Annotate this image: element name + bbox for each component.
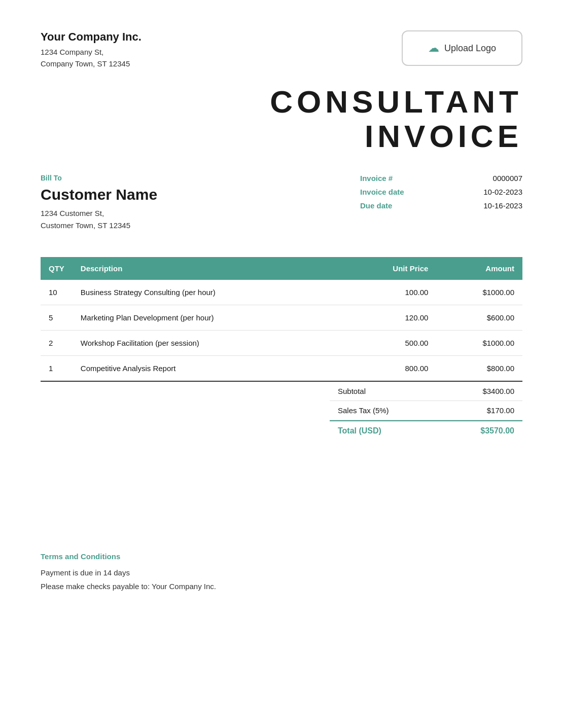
table-header-row: QTY Description Unit Price Amount xyxy=(41,257,522,280)
total-value: $3570.00 xyxy=(480,426,514,435)
tax-label: Sales Tax (5%) xyxy=(338,406,389,415)
invoice-table: QTY Description Unit Price Amount 10 Bus… xyxy=(41,257,522,382)
header-qty: QTY xyxy=(41,257,73,280)
company-address-line2: Company Town, ST 12345 xyxy=(41,58,142,70)
cell-amount: $800.00 xyxy=(436,356,522,382)
bill-to-label: Bill To xyxy=(41,174,360,182)
invoice-number-label: Invoice # xyxy=(360,174,393,183)
cell-qty: 5 xyxy=(41,305,73,331)
terms-line2: Please make checks payable to: Your Comp… xyxy=(41,579,522,593)
invoice-title-line1: CONSULTANT xyxy=(270,84,522,119)
invoice-date-row: Invoice date 10-02-2023 xyxy=(360,188,522,196)
header-amount: Amount xyxy=(436,257,522,280)
tax-row: Sales Tax (5%) $170.00 xyxy=(330,401,522,420)
cell-amount: $1000.00 xyxy=(436,331,522,356)
tax-value: $170.00 xyxy=(487,406,514,415)
header-description: Description xyxy=(73,257,343,280)
invoice-title: CONSULTANT INVOICE xyxy=(41,85,522,154)
customer-address-line1: 1234 Customer St, xyxy=(41,207,360,220)
terms-label: Terms and Conditions xyxy=(41,552,522,561)
cell-unit-price: 800.00 xyxy=(343,356,436,382)
company-name: Your Company Inc. xyxy=(41,30,142,44)
cell-qty: 10 xyxy=(41,280,73,305)
upload-icon: ☁ xyxy=(428,42,439,55)
table-row: 2 Workshop Facilitation (per session) 50… xyxy=(41,331,522,356)
invoice-number-value: 0000007 xyxy=(493,174,522,183)
cell-amount: $600.00 xyxy=(436,305,522,331)
invoice-date-label: Invoice date xyxy=(360,188,404,196)
header: Your Company Inc. 1234 Company St, Compa… xyxy=(41,30,522,69)
upload-logo-label: Upload Logo xyxy=(444,43,496,54)
due-date-row: Due date 10-16-2023 xyxy=(360,201,522,210)
invoice-number-row: Invoice # 0000007 xyxy=(360,174,522,183)
table-row: 10 Business Strategy Consulting (per hou… xyxy=(41,280,522,305)
cell-description: Competitive Analysis Report xyxy=(73,356,343,382)
customer-name: Customer Name xyxy=(41,186,360,203)
cell-qty: 2 xyxy=(41,331,73,356)
totals-section: Subtotal $3400.00 Sales Tax (5%) $170.00… xyxy=(41,382,522,441)
table-row: 1 Competitive Analysis Report 800.00 $80… xyxy=(41,356,522,382)
total-row: Total (USD) $3570.00 xyxy=(330,420,522,441)
invoice-details: Invoice # 0000007 Invoice date 10-02-202… xyxy=(360,174,522,210)
invoice-title-line2: INVOICE xyxy=(365,119,522,154)
totals-table: Subtotal $3400.00 Sales Tax (5%) $170.00… xyxy=(330,382,522,441)
upload-logo-button[interactable]: ☁ Upload Logo xyxy=(402,30,522,66)
subtotal-value: $3400.00 xyxy=(482,387,514,395)
billing-section: Bill To Customer Name 1234 Customer St, … xyxy=(41,174,522,232)
due-date-label: Due date xyxy=(360,201,392,210)
subtotal-row: Subtotal $3400.00 xyxy=(330,382,522,401)
terms-section: Terms and Conditions Payment is due in 1… xyxy=(41,542,522,593)
terms-line1: Payment is due in 14 days xyxy=(41,566,522,579)
subtotal-label: Subtotal xyxy=(338,387,366,395)
company-info: Your Company Inc. 1234 Company St, Compa… xyxy=(41,30,142,69)
bill-to: Bill To Customer Name 1234 Customer St, … xyxy=(41,174,360,232)
header-unit-price: Unit Price xyxy=(343,257,436,280)
due-date-value: 10-16-2023 xyxy=(483,201,522,210)
invoice-date-value: 10-02-2023 xyxy=(483,188,522,196)
cell-description: Marketing Plan Development (per hour) xyxy=(73,305,343,331)
cell-unit-price: 500.00 xyxy=(343,331,436,356)
cell-unit-price: 120.00 xyxy=(343,305,436,331)
cell-unit-price: 100.00 xyxy=(343,280,436,305)
cell-description: Business Strategy Consulting (per hour) xyxy=(73,280,343,305)
customer-address-line2: Customer Town, ST 12345 xyxy=(41,220,360,232)
table-row: 5 Marketing Plan Development (per hour) … xyxy=(41,305,522,331)
cell-qty: 1 xyxy=(41,356,73,382)
cell-description: Workshop Facilitation (per session) xyxy=(73,331,343,356)
cell-amount: $1000.00 xyxy=(436,280,522,305)
total-label: Total (USD) xyxy=(338,426,381,435)
company-address-line1: 1234 Company St, xyxy=(41,47,142,58)
